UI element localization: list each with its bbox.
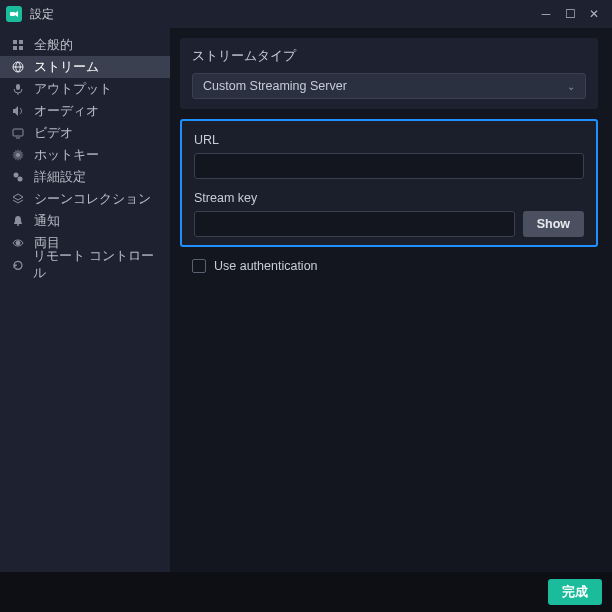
stream-type-label: ストリームタイプ: [192, 48, 586, 65]
sidebar: 全般的 ストリーム アウトプット オーディオ ビデオ ホットキー: [0, 28, 170, 572]
show-button[interactable]: Show: [523, 211, 584, 237]
url-input[interactable]: [194, 153, 584, 179]
speaker-icon: [10, 105, 26, 117]
gear-icon: [10, 149, 26, 161]
monitor-icon: [10, 127, 26, 139]
maximize-button[interactable]: ☐: [558, 7, 582, 21]
minimize-button[interactable]: ─: [534, 7, 558, 21]
sidebar-item-output[interactable]: アウトプット: [0, 78, 170, 100]
svg-point-9: [14, 173, 19, 178]
stream-settings-panel: URL Stream key Show: [180, 119, 598, 247]
sidebar-item-hotkeys[interactable]: ホットキー: [0, 144, 170, 166]
stream-key-label: Stream key: [194, 191, 584, 205]
use-auth-row: Use authentication: [180, 253, 598, 277]
sidebar-item-general[interactable]: 全般的: [0, 34, 170, 56]
url-label: URL: [194, 133, 584, 147]
eye-icon: [10, 237, 26, 249]
chevron-down-icon: ⌄: [567, 81, 575, 92]
titlebar: 設定 ─ ☐ ✕: [0, 0, 612, 28]
svg-rect-6: [16, 84, 20, 90]
sidebar-item-stream[interactable]: ストリーム: [0, 56, 170, 78]
sidebar-item-advanced[interactable]: 詳細設定: [0, 166, 170, 188]
sidebar-item-label: オーディオ: [34, 103, 99, 120]
layers-icon: [10, 193, 26, 205]
sidebar-item-label: リモート コントロール: [33, 248, 160, 282]
sidebar-item-notifications[interactable]: 通知: [0, 210, 170, 232]
window-title: 設定: [30, 6, 534, 23]
globe-icon: [10, 61, 26, 73]
svg-rect-2: [19, 40, 23, 44]
stream-key-input[interactable]: [194, 211, 515, 237]
svg-point-12: [16, 241, 20, 245]
sidebar-item-label: 全般的: [34, 37, 73, 54]
stream-type-select[interactable]: Custom Streaming Server ⌄: [192, 73, 586, 99]
refresh-icon: [10, 259, 25, 271]
microphone-icon: [10, 83, 26, 95]
gears-icon: [10, 171, 26, 183]
svg-point-11: [17, 224, 19, 226]
footer: 完成: [0, 572, 612, 612]
sidebar-item-label: アウトプット: [34, 81, 112, 98]
use-auth-checkbox[interactable]: [192, 259, 206, 273]
done-button[interactable]: 完成: [548, 579, 602, 605]
bell-icon: [10, 215, 26, 227]
sidebar-item-video[interactable]: ビデオ: [0, 122, 170, 144]
close-button[interactable]: ✕: [582, 7, 606, 21]
stream-type-panel: ストリームタイプ Custom Streaming Server ⌄: [180, 38, 598, 109]
sidebar-item-remote[interactable]: リモート コントロール: [0, 254, 170, 276]
sidebar-item-scene-collection[interactable]: シーンコレクション: [0, 188, 170, 210]
sidebar-item-audio[interactable]: オーディオ: [0, 100, 170, 122]
sidebar-item-label: 通知: [34, 213, 60, 230]
grid-icon: [10, 39, 26, 51]
sidebar-item-label: ホットキー: [34, 147, 99, 164]
svg-rect-7: [13, 129, 23, 136]
content-area: ストリームタイプ Custom Streaming Server ⌄ URL S…: [170, 28, 612, 572]
svg-rect-3: [13, 46, 17, 50]
svg-point-10: [18, 177, 23, 182]
svg-rect-4: [19, 46, 23, 50]
sidebar-item-label: ビデオ: [34, 125, 73, 142]
sidebar-item-label: シーンコレクション: [34, 191, 151, 208]
svg-rect-1: [13, 40, 17, 44]
stream-type-value: Custom Streaming Server: [203, 79, 347, 93]
svg-rect-0: [10, 12, 15, 16]
app-icon: [6, 6, 22, 22]
sidebar-item-label: 詳細設定: [34, 169, 86, 186]
use-auth-label: Use authentication: [214, 259, 318, 273]
sidebar-item-label: ストリーム: [34, 59, 99, 76]
